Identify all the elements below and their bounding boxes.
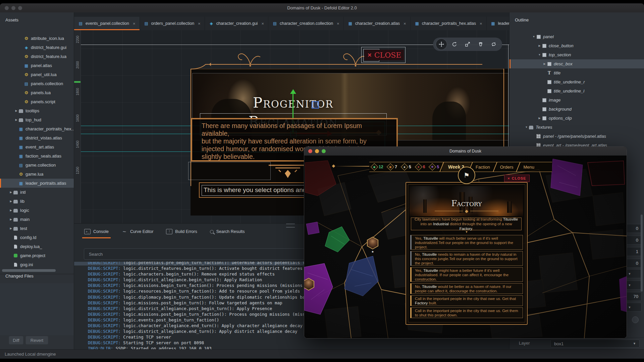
outline-node[interactable]: background [509, 105, 644, 114]
asset-item[interactable]: game.collection [0, 161, 74, 170]
outline-node[interactable]: image [509, 96, 644, 105]
gizmo-y-arrowhead[interactable] [290, 89, 296, 94]
outline-node[interactable]: title_underline_r [509, 77, 644, 86]
console-tab[interactable]: >_ Console [84, 226, 109, 237]
expand-arrow-icon[interactable]: ▼ [537, 53, 542, 56]
asset-item[interactable]: ▶ lib [0, 197, 74, 206]
expand-arrow-icon[interactable]: ▶ [9, 200, 13, 203]
gizmo-plane-handle[interactable] [312, 101, 319, 109]
outline-node[interactable]: ▼ panel [509, 32, 644, 41]
tab-close-icon[interactable]: × [337, 21, 339, 26]
asset-item[interactable]: config.ld [0, 233, 74, 242]
dialog-option-button[interactable]: No, Titusville needs to remain a haven o… [410, 251, 523, 266]
asset-item[interactable]: ▶ tooltips [0, 106, 74, 115]
editor-tab[interactable]: character_creation.collection × [268, 17, 344, 30]
dialog-option-button[interactable]: Yes, Titusville might have a better futu… [410, 267, 523, 282]
tab-close-icon[interactable]: × [133, 21, 136, 26]
window-controls[interactable] [5, 6, 22, 10]
dialog-option-button[interactable]: No, Titusville would be better as a have… [410, 283, 523, 294]
console-search-input[interactable] [84, 248, 312, 260]
minimize-window-button[interactable] [315, 149, 319, 153]
asset-item[interactable]: attribute_icon.lua [0, 34, 74, 43]
asset-item[interactable]: ▶ top_hud [0, 115, 74, 124]
asset-item[interactable]: ▶ logic [0, 206, 74, 215]
outline-node[interactable]: ▼ Textures [509, 123, 644, 132]
outline-node[interactable]: title [509, 68, 644, 77]
tab-close-icon[interactable]: × [261, 21, 264, 26]
asset-item[interactable]: panel_util.lua [0, 70, 74, 79]
pane-resize-handle[interactable] [286, 224, 295, 228]
asset-item[interactable]: deploy.lua_ [0, 242, 74, 251]
asset-item[interactable]: panels.collection [0, 79, 74, 88]
dialog-option-button[interactable]: Yes, Titusville will much better serve u… [410, 235, 523, 250]
asset-item[interactable]: leader_portraits.atlas [0, 179, 74, 188]
properties-scrollbar[interactable] [641, 215, 643, 292]
minimize-window-button[interactable] [11, 6, 15, 10]
expand-arrow-icon[interactable]: ▶ [537, 117, 542, 120]
editor-tab[interactable]: character_creation.gui × [205, 17, 268, 30]
asset-item[interactable]: district_feature.lua [0, 52, 74, 61]
revert-button[interactable]: Revert [25, 336, 48, 345]
asset-item[interactable]: panels.lua [0, 88, 74, 97]
console-tab[interactable]: Search Results [210, 226, 245, 237]
outline-node[interactable]: ▼ top_section [509, 50, 644, 59]
asset-item[interactable]: ▶ intl [0, 188, 74, 197]
expand-arrow-icon[interactable]: ▶ [542, 62, 547, 65]
game-window-controls[interactable] [308, 149, 326, 153]
expand-arrow-icon[interactable]: ▶ [9, 191, 13, 194]
editor-tab[interactable]: character_creation.atlas × [344, 17, 411, 30]
expand-arrow-icon[interactable]: ▶ [14, 109, 18, 112]
asset-item[interactable]: event_art.atlas [0, 142, 74, 152]
asset-item[interactable]: gog.ini [0, 260, 74, 269]
tab-close-icon[interactable]: × [404, 21, 406, 26]
asset-item[interactable]: ▶ test [0, 224, 74, 233]
game-window[interactable]: Domains of Dusk [304, 146, 627, 339]
outline-node[interactable]: title_underline_l [509, 86, 644, 96]
assets-horizontal-scrollbar[interactable] [2, 269, 56, 272]
editor-tab[interactable]: orders_panel.collection × [140, 17, 205, 30]
refresh-tool-button[interactable] [488, 39, 499, 50]
frustum-tool-button[interactable] [475, 39, 486, 50]
orders-menu-button[interactable]: Orders [495, 162, 518, 172]
menu-button[interactable]: Menu [519, 162, 539, 172]
tab-close-icon[interactable]: × [198, 21, 201, 26]
dialog-option-button[interactable]: Call in the important people in the city… [410, 295, 523, 306]
outline-node[interactable]: ▶ desc_box [509, 59, 644, 68]
expand-arrow-icon[interactable]: ▼ [532, 35, 536, 38]
editor-tab[interactable]: character_portraits_hex.atlas × [411, 17, 487, 30]
console-tab[interactable]: ~ Curve Editor [121, 226, 153, 237]
dialog-close-button[interactable]: × CLOSE [504, 175, 530, 182]
expand-arrow-icon[interactable]: ▶ [9, 227, 13, 230]
asset-item[interactable]: character_portraits_hex.. [0, 124, 74, 133]
outline-node[interactable]: panel - /game/panels/panel.atlas [509, 132, 644, 141]
outline-node[interactable]: ▶ close_button [509, 41, 644, 50]
scale-tool-button[interactable] [462, 39, 473, 50]
tab-close-icon[interactable]: × [480, 21, 482, 26]
expand-arrow-icon[interactable]: ▶ [9, 218, 13, 221]
asset-item[interactable]: game.lua [0, 170, 74, 179]
diff-button[interactable]: Diff [9, 336, 23, 345]
expand-arrow-icon[interactable]: ▶ [9, 209, 13, 212]
dialog-option-button[interactable]: Call in the important people in the city… [410, 307, 523, 318]
faction-menu-button[interactable]: Faction [471, 162, 495, 172]
asset-item[interactable]: ▶ main [0, 215, 74, 224]
asset-item[interactable]: district_vistas.atlas [0, 133, 74, 142]
expand-arrow-icon[interactable]: ▶ [14, 118, 18, 121]
asset-item[interactable]: district_feature.gui [0, 43, 74, 52]
asset-item[interactable]: faction_seals.atlas [0, 152, 74, 161]
maximize-window-button[interactable] [18, 6, 22, 10]
asset-item[interactable]: panels.script [0, 97, 74, 106]
close-window-button[interactable] [5, 6, 9, 10]
close-window-button[interactable] [308, 149, 312, 153]
console-tab[interactable]: ! Build Errors [166, 226, 197, 237]
layer-dropdown[interactable]: box1 ▼ [550, 340, 640, 348]
move-tool-button[interactable] [436, 39, 447, 50]
expand-arrow-icon[interactable]: ▶ [537, 44, 542, 47]
maximize-window-button[interactable] [322, 149, 326, 153]
asset-item[interactable]: panel.atlas [0, 61, 74, 70]
expand-arrow-icon[interactable]: ▼ [524, 126, 529, 129]
outline-node[interactable]: ▶ options_clip [509, 114, 644, 123]
rotate-tool-button[interactable] [449, 39, 460, 50]
editor-tab[interactable]: events_panel.collection × [74, 17, 140, 30]
asset-item[interactable]: game.project [0, 251, 74, 260]
